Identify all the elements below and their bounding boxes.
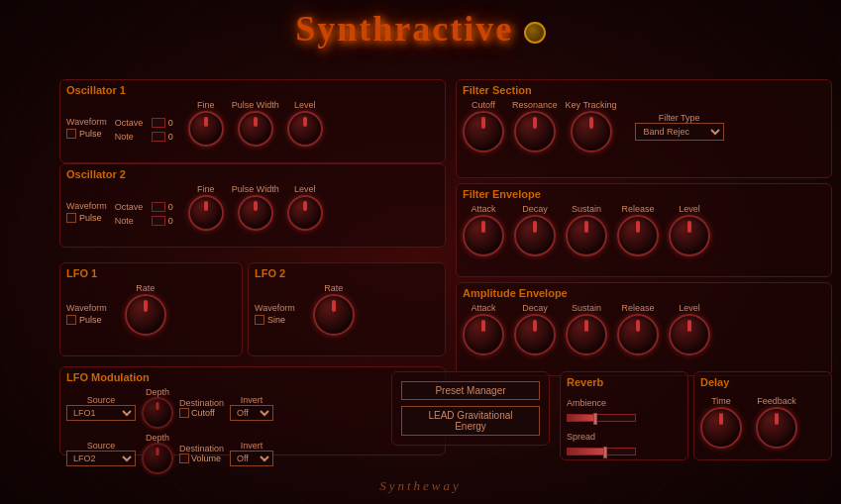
lfo2-waveform-ctrl: Waveform Sine bbox=[255, 303, 295, 325]
osc2-oct-note: Octave 0 Note 0 bbox=[115, 202, 180, 226]
lfo1-rate-group: Rate bbox=[125, 283, 166, 336]
ampenv-sustain-knob[interactable] bbox=[566, 314, 607, 355]
filterenv-title: Filter Envelope bbox=[463, 188, 825, 200]
lfo2-rate-group: Rate bbox=[313, 283, 355, 336]
lfo2-rate-knob[interactable] bbox=[313, 294, 355, 336]
preset-manager-button[interactable]: Preset Manager bbox=[401, 381, 540, 400]
delay-time-knob[interactable] bbox=[700, 407, 742, 449]
footer: Syntheway bbox=[0, 478, 841, 494]
lfomod-depth2-knob[interactable] bbox=[142, 443, 173, 474]
filterenv-release-label: Release bbox=[621, 204, 654, 214]
lfo1-waveform-select[interactable]: Pulse bbox=[66, 315, 102, 325]
osc2-fine-group: Fine bbox=[188, 184, 224, 231]
filter-type-label: Filter Type bbox=[635, 113, 724, 123]
osc2-note-slider[interactable] bbox=[152, 216, 165, 226]
osc1-level-knob[interactable] bbox=[287, 111, 323, 147]
ampenv-attack-knob[interactable] bbox=[463, 314, 504, 355]
reverb-spread-slider[interactable] bbox=[567, 448, 636, 455]
filter-type-ctrl: Filter Type Low Pass High Pass Band Pass… bbox=[635, 113, 724, 141]
reverb-ambience-fill bbox=[568, 415, 594, 421]
filter-resonance-knob[interactable] bbox=[514, 111, 556, 152]
lfomod-source2-label: Source bbox=[66, 441, 136, 451]
delay-feedback-group: Feedback bbox=[756, 396, 797, 449]
globe-icon bbox=[524, 22, 546, 44]
osc2-waveform-label: Waveform bbox=[66, 201, 107, 211]
filterenv-sustain-knob[interactable] bbox=[566, 215, 607, 256]
filterenv-attack-knob[interactable] bbox=[463, 215, 504, 256]
lfomod-depth1-ctrl: Depth bbox=[142, 387, 173, 429]
reverb-ambience-label: Ambience bbox=[567, 398, 606, 408]
filter-cutoff-knob[interactable] bbox=[463, 111, 504, 152]
osc2-pulsewidth-knob[interactable] bbox=[238, 195, 273, 231]
lfomod-source2-ctrl: Source LFO1 LFO2 bbox=[66, 441, 136, 466]
lfomod-dest1-ctrl: Destination Cutoff bbox=[179, 398, 224, 418]
ampenv-decay-knob[interactable] bbox=[514, 314, 556, 355]
osc2-waveform-select[interactable]: Pulse bbox=[66, 213, 102, 223]
reverb-spread-slider-container bbox=[567, 448, 682, 455]
lfomod-depth1-knob[interactable] bbox=[142, 397, 173, 429]
reverb-ambience-slider[interactable] bbox=[567, 414, 636, 422]
filterenv-release-knob[interactable] bbox=[617, 215, 659, 256]
osc1-pulsewidth-group: Pulse Width bbox=[232, 100, 279, 147]
filter-keytracking-label: Key Tracking bbox=[566, 100, 617, 110]
ampenv-sustain-group: Sustain bbox=[566, 303, 607, 355]
lfo1-wave-value: Pulse bbox=[79, 315, 102, 325]
osc2-octave-slider[interactable] bbox=[152, 202, 165, 212]
osc1-octave-label: Octave bbox=[115, 118, 149, 128]
osc1-note-slider[interactable] bbox=[152, 132, 165, 142]
lfo1-rate-knob[interactable] bbox=[125, 294, 166, 336]
reverb-spread-label: Spread bbox=[567, 432, 595, 442]
filterenv-level-group: Level bbox=[669, 204, 710, 256]
osc1-octave-slider[interactable] bbox=[152, 118, 165, 128]
lfo1-panel: LFO 1 Waveform Pulse Rate bbox=[59, 262, 243, 356]
osc2-octave-label: Octave bbox=[115, 202, 149, 212]
osc2-pulsewidth-label: Pulse Width bbox=[232, 184, 279, 194]
preset-name-button[interactable]: LEAD Gravitational Energy bbox=[401, 406, 540, 436]
oscillator2-panel: Oscillator 2 Waveform Pulse Octave 0 Not… bbox=[59, 163, 446, 248]
osc1-level-group: Level bbox=[287, 100, 323, 147]
osc1-waveform-ctrl: Waveform Pulse bbox=[66, 117, 107, 139]
delay-controls: Time Feedback bbox=[700, 396, 825, 449]
reverb-spread-ctrl: Spread bbox=[567, 426, 682, 455]
lfomod-invert1-select[interactable]: Off On bbox=[230, 405, 273, 421]
reverb-ambience-slider-container bbox=[567, 414, 682, 422]
lfomod-source1-ctrl: Source LFO1 LFO2 bbox=[66, 395, 136, 421]
filter-keytracking-knob[interactable] bbox=[571, 111, 612, 152]
filterenv-decay-knob[interactable] bbox=[514, 215, 556, 256]
osc2-octave-value: 0 bbox=[168, 202, 180, 212]
filter-panel: Filter Section Cutoff Resonance Key Trac… bbox=[456, 79, 832, 178]
osc1-level-label: Level bbox=[294, 100, 316, 110]
ampenv-attack-group: Attack bbox=[463, 303, 504, 355]
lfomod-panel: LFO Modulation Source LFO1 LFO2 Depth De… bbox=[59, 366, 446, 455]
filterenv-level-label: Level bbox=[679, 204, 700, 214]
osc2-fine-knob[interactable] bbox=[188, 195, 224, 231]
filterenv-decay-group: Decay bbox=[514, 204, 556, 256]
reverb-spread-thumb bbox=[603, 447, 607, 458]
osc1-waveform-select[interactable]: Pulse bbox=[66, 129, 102, 139]
osc1-pulsewidth-knob[interactable] bbox=[238, 111, 273, 147]
delay-feedback-knob[interactable] bbox=[756, 407, 797, 449]
lfomod-invert1-ctrl: Invert Off On bbox=[230, 395, 273, 421]
osc2-waveform-ctrl: Waveform Pulse bbox=[66, 201, 107, 223]
osc1-note-label: Note bbox=[115, 132, 149, 142]
lfomod-source2-select[interactable]: LFO1 LFO2 bbox=[66, 451, 136, 466]
osc2-wave-arrow bbox=[66, 213, 76, 223]
lfomod-source1-select[interactable]: LFO1 LFO2 bbox=[66, 405, 136, 421]
filter-type-select[interactable]: Low Pass High Pass Band Pass Band Rejec … bbox=[635, 123, 724, 141]
osc2-level-knob[interactable] bbox=[287, 195, 323, 231]
ampenv-release-knob[interactable] bbox=[617, 314, 659, 355]
osc2-level-label: Level bbox=[294, 184, 316, 194]
lfomod-invert2-select[interactable]: Off On bbox=[230, 451, 273, 466]
lfomod-row1: Source LFO1 LFO2 Depth Destination Cutof… bbox=[66, 387, 439, 429]
osc1-fine-knob[interactable] bbox=[188, 111, 224, 147]
ampenv-attack-label: Attack bbox=[471, 303, 495, 313]
ampenv-level-knob[interactable] bbox=[669, 314, 710, 355]
lfomod-invert2-label: Invert bbox=[230, 441, 273, 451]
lfomod-dest2-label: Destination bbox=[179, 444, 224, 454]
osc2-level-group: Level bbox=[287, 184, 323, 231]
filterenv-panel: Filter Envelope Attack Decay Sustain Rel… bbox=[456, 183, 832, 277]
filterenv-level-knob[interactable] bbox=[669, 215, 710, 256]
filter-keytracking-group: Key Tracking bbox=[566, 100, 617, 152]
lfo2-waveform-select[interactable]: Sine bbox=[255, 315, 285, 325]
lfo2-wave-arrow bbox=[255, 315, 264, 325]
